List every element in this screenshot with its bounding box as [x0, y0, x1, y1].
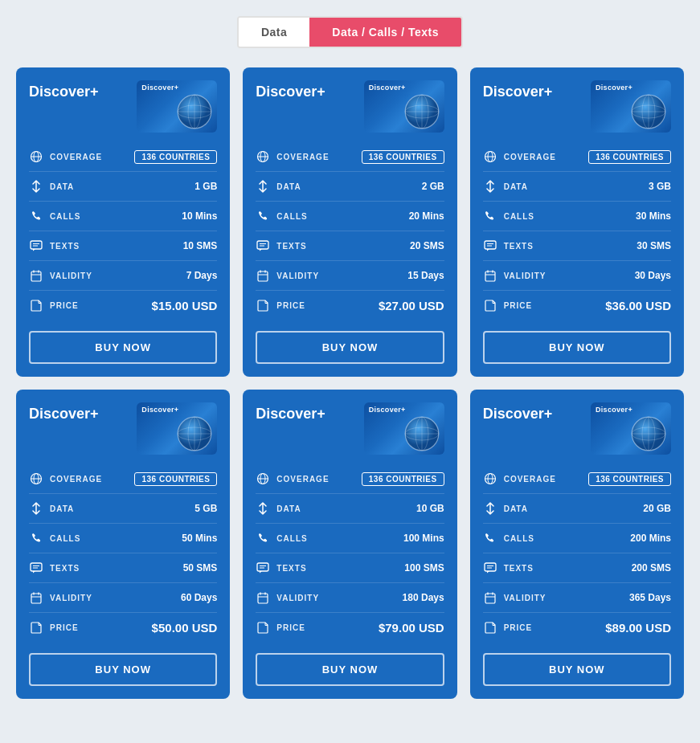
- globe-image: [629, 414, 668, 453]
- svg-rect-99: [485, 563, 496, 571]
- calls-icon: [256, 531, 270, 545]
- calls-row: CALLS 50 Mins: [29, 524, 217, 553]
- svg-rect-45: [485, 241, 496, 249]
- buy-now-button[interactable]: BUY NOW: [256, 331, 444, 364]
- cards-grid: Discover+ Discover+: [16, 67, 684, 699]
- card-image: Discover+: [364, 402, 444, 455]
- coverage-label: COVERAGE: [50, 153, 102, 161]
- plan-card-2: Discover+ Discover+: [243, 67, 456, 377]
- validity-value: 180 Days: [403, 592, 444, 603]
- tab-bar: Data Data / Calls / Texts: [16, 16, 684, 48]
- coverage-label: COVERAGE: [276, 153, 329, 161]
- price-value: $79.00 USD: [379, 621, 444, 635]
- buy-now-button[interactable]: BUY NOW: [483, 331, 671, 364]
- texts-row: TEXTS 20 SMS: [256, 231, 444, 261]
- price-row: PRICE $27.00 USD: [256, 291, 444, 320]
- texts-icon: [256, 239, 270, 253]
- texts-label: TEXTS: [50, 564, 80, 573]
- tab-data-calls-texts[interactable]: Data / Calls / Texts: [309, 18, 461, 47]
- card-rows: COVERAGE 136 COUNTRIES DATA 5 GB: [16, 464, 230, 642]
- coverage-row: COVERAGE 136 COUNTRIES: [256, 464, 444, 494]
- calls-label: CALLS: [504, 534, 534, 543]
- card-header: Discover+ Discover+: [243, 67, 456, 142]
- calls-icon: [29, 209, 43, 223]
- plan-card-6: Discover+ Discover+: [470, 390, 684, 699]
- coverage-row: COVERAGE 136 COUNTRIES: [483, 464, 671, 494]
- validity-label: VALIDITY: [50, 271, 92, 280]
- price-value: $36.00 USD: [605, 299, 671, 312]
- data-icon: [29, 501, 43, 516]
- discover-badge: Discover+: [369, 406, 406, 414]
- svg-rect-12: [31, 271, 41, 281]
- price-row: PRICE $36.00 USD: [483, 291, 671, 320]
- card-title: Discover+: [29, 84, 99, 100]
- buy-now-button[interactable]: BUY NOW: [29, 653, 217, 686]
- calls-row: CALLS 30 Mins: [483, 202, 671, 231]
- calls-row: CALLS 200 Mins: [483, 524, 671, 553]
- buy-now-button[interactable]: BUY NOW: [256, 653, 444, 686]
- calls-icon: [483, 209, 497, 223]
- validity-row: VALIDITY 60 Days: [29, 583, 217, 613]
- data-label: DATA: [50, 182, 74, 191]
- validity-icon: [256, 590, 270, 605]
- price-icon: [29, 298, 43, 312]
- coverage-value: 136 COUNTRIES: [362, 150, 444, 164]
- validity-row: VALIDITY 365 Days: [483, 583, 671, 613]
- coverage-value: 136 COUNTRIES: [588, 150, 671, 164]
- data-icon: [256, 501, 270, 516]
- texts-label: TEXTS: [504, 242, 534, 251]
- plan-card-4: Discover+ Discover+: [16, 390, 230, 699]
- card-title: Discover+: [483, 84, 553, 100]
- calls-row: CALLS 100 Mins: [256, 524, 444, 553]
- validity-label: VALIDITY: [276, 271, 319, 280]
- plan-card-3: Discover+ Discover+: [470, 67, 684, 377]
- card-header: Discover+ Discover+: [470, 67, 684, 142]
- svg-rect-66: [31, 594, 41, 603]
- validity-icon: [483, 268, 497, 283]
- discover-badge: Discover+: [141, 406, 178, 414]
- validity-icon: [256, 268, 270, 283]
- svg-rect-81: [257, 563, 268, 571]
- texts-icon: [29, 561, 43, 575]
- svg-rect-84: [258, 594, 268, 603]
- discover-badge: Discover+: [596, 84, 632, 92]
- data-icon: [483, 501, 497, 516]
- data-row: DATA 2 GB: [256, 172, 444, 202]
- texts-icon: [256, 561, 270, 575]
- calls-value: 200 Mins: [630, 533, 671, 544]
- svg-rect-27: [257, 241, 268, 249]
- globe-icon: [29, 149, 43, 164]
- coverage-value: 136 COUNTRIES: [134, 150, 217, 164]
- price-icon: [483, 620, 497, 635]
- price-value: $27.00 USD: [379, 299, 444, 312]
- svg-rect-9: [31, 241, 42, 249]
- validity-row: VALIDITY 15 Days: [256, 261, 444, 291]
- calls-label: CALLS: [276, 534, 307, 543]
- data-label: DATA: [504, 182, 528, 191]
- card-title: Discover+: [29, 406, 99, 423]
- coverage-value: 136 COUNTRIES: [134, 472, 217, 486]
- texts-value: 50 SMS: [183, 562, 218, 574]
- coverage-value: 136 COUNTRIES: [362, 472, 444, 486]
- calls-label: CALLS: [276, 212, 307, 221]
- data-label: DATA: [276, 182, 301, 191]
- price-row: PRICE $15.00 USD: [29, 291, 217, 320]
- calls-value: 10 Mins: [182, 210, 217, 222]
- price-row: PRICE $50.00 USD: [29, 613, 217, 642]
- card-title: Discover+: [256, 406, 325, 423]
- validity-icon: [483, 590, 497, 605]
- tab-group: Data Data / Calls / Texts: [237, 16, 463, 48]
- validity-icon: [29, 590, 43, 605]
- data-row: DATA 20 GB: [483, 494, 671, 524]
- calls-icon: [256, 209, 270, 223]
- price-value: $50.00 USD: [152, 621, 218, 635]
- coverage-value: 136 COUNTRIES: [588, 472, 671, 486]
- tab-data[interactable]: Data: [239, 18, 309, 47]
- card-image: Discover+: [137, 80, 217, 133]
- globe-image: [629, 92, 668, 131]
- price-row: PRICE $89.00 USD: [483, 613, 671, 642]
- globe-icon: [256, 149, 270, 164]
- data-icon: [256, 179, 270, 194]
- buy-now-button[interactable]: BUY NOW: [29, 331, 217, 364]
- buy-now-button[interactable]: BUY NOW: [483, 653, 671, 686]
